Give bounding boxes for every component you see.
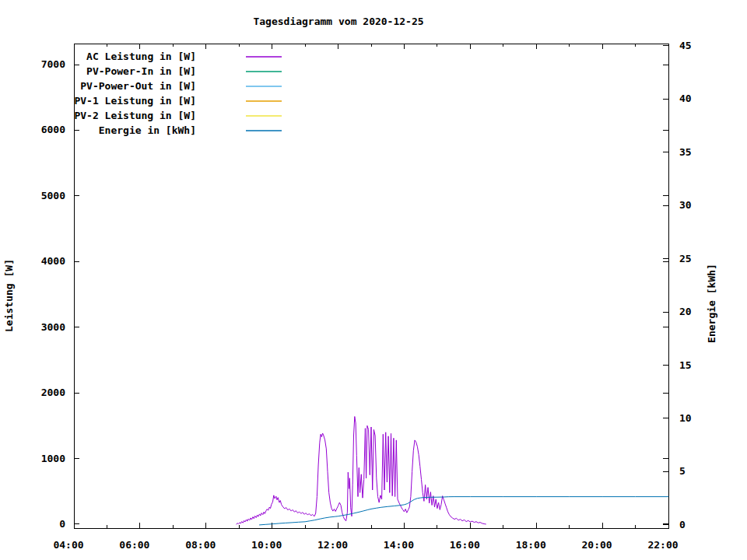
svg-text:22:00: 22:00	[647, 539, 678, 551]
svg-text:35: 35	[679, 146, 692, 158]
svg-text:16:00: 16:00	[450, 539, 480, 551]
svg-text:20:00: 20:00	[582, 539, 612, 551]
svg-text:10:00: 10:00	[251, 539, 282, 551]
svg-text:2000: 2000	[41, 387, 65, 398]
svg-text:12:00: 12:00	[317, 539, 348, 551]
legend-entry-ac-leistung-in-w: AC Leistung in [W]	[86, 51, 282, 62]
x-tick-labels: 04:0006:0008:0010:0012:0014:0016:0018:00…	[53, 539, 678, 551]
series-line-energie-in-kwh	[260, 497, 669, 525]
chart-canvas: Tagesdiagramm vom 2020-12-25 Leistung [W…	[0, 0, 747, 560]
tagesdiagramm-svg: Tagesdiagramm vom 2020-12-25 Leistung [W…	[0, 0, 747, 560]
svg-text:5: 5	[679, 465, 686, 477]
chart-title: Tagesdiagramm vom 2020-12-25	[253, 16, 423, 27]
svg-text:5000: 5000	[41, 190, 65, 201]
series-line-ac-leistung-in-w	[237, 417, 486, 524]
legend-label: PV-2 Leistung in [W]	[74, 110, 196, 121]
legend-label: PV-Power-Out in [W]	[80, 80, 196, 92]
svg-text:40: 40	[679, 93, 692, 104]
svg-text:0: 0	[679, 519, 686, 530]
svg-text:45: 45	[679, 40, 692, 51]
svg-text:10: 10	[679, 412, 692, 424]
svg-text:08:00: 08:00	[185, 539, 216, 551]
legend-label: AC Leistung in [W]	[86, 51, 196, 62]
legend: AC Leistung in [W]PV-Power-In in [W]PV-P…	[74, 51, 282, 136]
legend-label: Energie in [kWh]	[99, 124, 196, 136]
y2-axis-title: Energie [kWh]	[706, 264, 717, 343]
svg-text:20: 20	[679, 306, 692, 317]
svg-text:18:00: 18:00	[516, 539, 546, 551]
svg-text:7000: 7000	[41, 58, 65, 70]
legend-label: PV-Power-In in [W]	[86, 65, 196, 77]
svg-text:4000: 4000	[41, 255, 65, 267]
legend-entry-pv-power-in-in-w: PV-Power-In in [W]	[86, 65, 282, 77]
svg-text:1000: 1000	[41, 453, 65, 464]
legend-entry-energie-in-kwh: Energie in [kWh]	[99, 124, 282, 136]
svg-text:25: 25	[679, 253, 692, 264]
y1-tick-labels: 01000200030004000500060007000	[41, 58, 65, 530]
legend-entry-pv-1-leistung-in-w: PV-1 Leistung in [W]	[74, 95, 282, 107]
y2-tick-labels: 051015202530354045	[679, 40, 692, 530]
svg-text:15: 15	[679, 359, 692, 371]
svg-text:6000: 6000	[41, 124, 65, 135]
svg-text:0: 0	[59, 518, 65, 530]
series-lines	[237, 417, 668, 525]
svg-text:06:00: 06:00	[119, 539, 149, 551]
svg-text:3000: 3000	[41, 321, 65, 333]
svg-text:04:00: 04:00	[53, 539, 83, 551]
legend-entry-pv-power-out-in-w: PV-Power-Out in [W]	[80, 80, 282, 92]
legend-entry-pv-2-leistung-in-w: PV-2 Leistung in [W]	[74, 110, 282, 121]
legend-label: PV-1 Leistung in [W]	[74, 95, 196, 107]
svg-text:30: 30	[679, 199, 692, 211]
y1-axis-title: Leistung [W]	[3, 259, 15, 332]
svg-text:14:00: 14:00	[384, 539, 414, 551]
y2-ticks	[663, 46, 668, 525]
